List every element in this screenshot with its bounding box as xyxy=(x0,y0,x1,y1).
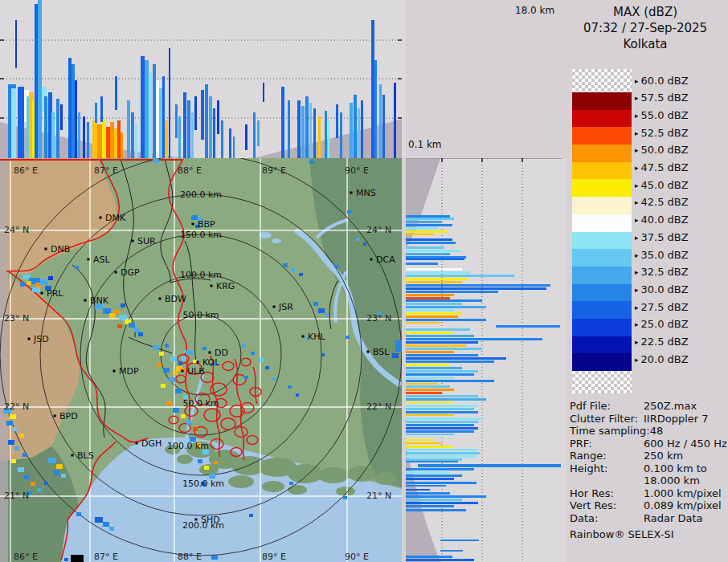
legend-arrow-icon: ▸ xyxy=(635,129,639,137)
legend-arrow-icon: ▸ xyxy=(635,320,639,328)
legend-color-band xyxy=(572,301,632,319)
radar-map-panel: 200.0 km150.0 km100.0 km50.0 km50.0 km10… xyxy=(0,158,406,562)
svg-text:SUR: SUR xyxy=(137,236,156,246)
svg-text:JSR: JSR xyxy=(278,302,293,312)
legend-color-band xyxy=(572,92,632,110)
legend-arrow-icon: ▸ xyxy=(635,338,639,346)
legend-color-band xyxy=(572,127,632,145)
legend-value-label: 30.0 dBZ xyxy=(641,283,689,295)
legend-arrow-icon: ▸ xyxy=(635,268,639,276)
legend-value-label: 35.0 dBZ xyxy=(641,249,689,261)
legend-color-band xyxy=(572,197,632,214)
legend-arrow-icon: ▸ xyxy=(635,303,639,312)
metadata-value: 250Z.max xyxy=(644,400,697,412)
software-brand: Rainbow® SELEX-SI xyxy=(570,528,728,541)
height-axis-max-label: 18.0 km xyxy=(515,5,554,16)
svg-text:150.0 km: 150.0 km xyxy=(182,479,224,489)
legend-color-band xyxy=(572,162,632,180)
legend-label-row: ▸30.0 dBZ xyxy=(635,283,689,295)
svg-text:87° E: 87° E xyxy=(94,552,118,562)
dbz-color-legend: ▸60.0 dBZ▸57.5 dBZ▸55.0 dBZ▸52.5 dBZ▸50.… xyxy=(572,69,728,393)
legend-arrow-icon: ▸ xyxy=(635,94,639,102)
metadata-value: Radar Data xyxy=(644,512,702,524)
legend-label-row: ▸27.5 dBZ xyxy=(635,301,689,313)
svg-text:BLS: BLS xyxy=(77,450,94,461)
legend-arrow-icon: ▸ xyxy=(635,356,639,364)
svg-text:22° N: 22° N xyxy=(4,401,29,412)
metadata-row: Pdf File:250Z.max xyxy=(570,400,728,413)
metadata-row: Clutter Filter:IIRDoppler 7 xyxy=(570,413,728,426)
svg-text:DGP: DGP xyxy=(121,267,140,278)
svg-text:100.0 km: 100.0 km xyxy=(180,270,222,280)
metadata-row: Data:Radar Data xyxy=(570,512,728,525)
legend-arrow-icon: ▸ xyxy=(635,216,639,224)
legend-label-row: ▸32.5 dBZ xyxy=(635,266,689,278)
svg-text:KOL: KOL xyxy=(202,357,220,368)
metadata-panel: Pdf File:250Z.maxClutter Filter:IIRDoppl… xyxy=(570,400,728,541)
legend-label-row: ▸47.5 dBZ xyxy=(635,161,689,173)
legend-arrow-icon: ▸ xyxy=(635,146,639,154)
legend-label-row: ▸60.0 dBZ xyxy=(635,75,689,87)
svg-text:100.0 km: 100.0 km xyxy=(167,441,209,451)
legend-label-row: ▸37.5 dBZ xyxy=(635,231,689,243)
metadata-value: 250 km xyxy=(644,450,683,462)
metadata-row: Hor Res:1.000 km/pixel xyxy=(570,487,728,500)
svg-text:21° N: 21° N xyxy=(4,491,29,501)
legend-value-label: 50.0 dBZ xyxy=(641,144,689,156)
svg-text:DGH: DGH xyxy=(141,438,162,449)
metadata-row: Range:250 km xyxy=(570,450,728,462)
svg-text:PRL: PRL xyxy=(47,288,63,299)
svg-text:90° E: 90° E xyxy=(345,552,369,562)
metadata-value: 0.100 km to xyxy=(644,462,707,474)
metadata-label: Time sampling: xyxy=(570,425,650,438)
svg-text:50.0 km: 50.0 km xyxy=(182,310,219,320)
metadata-row: PRF:600 Hz / 450 Hz xyxy=(570,438,728,450)
product-title: MAX (dBZ) xyxy=(562,4,728,20)
legend-transparent-band xyxy=(572,69,632,92)
legend-label-row: ▸20.0 dBZ xyxy=(635,353,689,365)
legend-color-band xyxy=(572,214,632,232)
metadata-label: Pdf File: xyxy=(570,400,644,413)
legend-color-band xyxy=(572,284,632,302)
legend-value-label: 37.5 dBZ xyxy=(641,231,689,243)
svg-text:200.0 km: 200.0 km xyxy=(180,189,222,200)
legend-color-band xyxy=(572,232,632,250)
legend-color-band xyxy=(572,249,632,267)
svg-text:BBP: BBP xyxy=(198,219,215,230)
svg-text:JSD: JSD xyxy=(33,334,49,344)
metadata-label: Range: xyxy=(570,450,644,462)
svg-text:MDP: MDP xyxy=(119,366,139,377)
metadata-label: Height: xyxy=(570,462,644,475)
svg-text:88° E: 88° E xyxy=(178,165,202,176)
metadata-label: Hor Res: xyxy=(570,487,644,500)
radar-display-window: 200.0 km150.0 km100.0 km50.0 km50.0 km10… xyxy=(0,0,728,562)
legend-value-label: 52.5 dBZ xyxy=(641,127,689,139)
legend-value-label: 42.5 dBZ xyxy=(641,196,689,208)
legend-label-row: ▸40.0 dBZ xyxy=(635,214,689,226)
legend-value-label: 22.5 dBZ xyxy=(641,336,689,348)
legend-label-row: ▸55.0 dBZ xyxy=(635,109,689,121)
legend-value-label: 40.0 dBZ xyxy=(641,214,689,226)
metadata-value: 48 xyxy=(650,425,664,437)
svg-text:21° N: 21° N xyxy=(366,491,391,501)
legend-value-label: 60.0 dBZ xyxy=(641,75,689,87)
svg-text:88° E: 88° E xyxy=(178,552,202,562)
metadata-value: IIRDoppler 7 xyxy=(644,413,709,425)
legend-value-label: 45.0 dBZ xyxy=(641,179,689,191)
metadata-value: 18.000 km xyxy=(644,474,700,487)
legend-color-band xyxy=(572,319,632,336)
svg-text:87° E: 87° E xyxy=(94,165,118,176)
legend-label-row: ▸25.0 dBZ xyxy=(635,318,689,330)
metadata-row: 18.000 km xyxy=(570,474,728,487)
legend-color-band xyxy=(572,145,632,162)
legend-color-band xyxy=(572,353,632,371)
legend-label-row: ▸45.0 dBZ xyxy=(635,179,689,191)
metadata-label: PRF: xyxy=(570,438,644,450)
metadata-value: 600 Hz / 450 Hz xyxy=(644,438,727,450)
legend-arrow-icon: ▸ xyxy=(635,234,639,242)
svg-text:KRG: KRG xyxy=(216,281,235,291)
legend-value-label: 25.0 dBZ xyxy=(641,318,689,330)
legend-arrow-icon: ▸ xyxy=(635,251,639,259)
svg-text:89° E: 89° E xyxy=(262,552,286,562)
metadata-label: Clutter Filter: xyxy=(570,413,644,426)
